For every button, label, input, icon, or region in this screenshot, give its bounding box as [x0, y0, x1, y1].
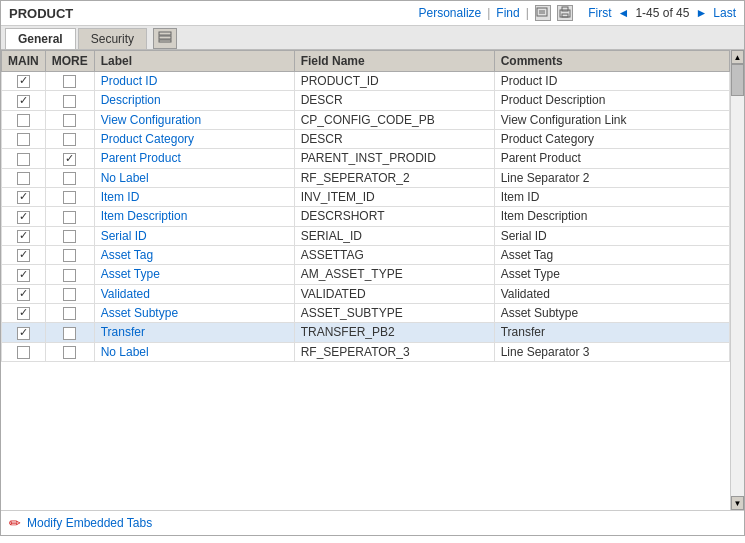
scroll-track[interactable]: [731, 64, 744, 496]
cell-comments: Transfer: [494, 323, 729, 342]
first-link[interactable]: First: [588, 6, 611, 20]
checkbox-more[interactable]: [63, 269, 76, 282]
col-main: MAIN: [2, 51, 46, 72]
tab-general[interactable]: General: [5, 28, 76, 49]
label-link[interactable]: Description: [101, 93, 161, 107]
cell-field-name: PARENT_INST_PRODID: [294, 149, 494, 168]
cell-label: Product Category: [94, 129, 294, 148]
label-link[interactable]: Serial ID: [101, 229, 147, 243]
vertical-scrollbar[interactable]: ▲ ▼: [730, 50, 744, 510]
checkbox-main[interactable]: [17, 346, 30, 359]
cell-more: [45, 72, 94, 91]
checkbox-main[interactable]: [17, 172, 30, 185]
checkbox-main[interactable]: [17, 95, 30, 108]
cell-more: [45, 226, 94, 245]
scroll-thumb[interactable]: [731, 64, 744, 96]
cell-main: [2, 284, 46, 303]
label-link[interactable]: Product Category: [101, 132, 194, 146]
checkbox-main[interactable]: [17, 211, 30, 224]
table-row: ValidatedVALIDATEDValidated: [2, 284, 730, 303]
checkbox-more[interactable]: [63, 133, 76, 146]
cell-field-name: AM_ASSET_TYPE: [294, 265, 494, 284]
pagination-arrow-next[interactable]: ►: [695, 6, 707, 20]
label-link[interactable]: Transfer: [101, 325, 145, 339]
checkbox-more[interactable]: [63, 114, 76, 127]
label-link[interactable]: View Configuration: [101, 113, 202, 127]
checkbox-main[interactable]: [17, 327, 30, 340]
cell-comments: Asset Type: [494, 265, 729, 284]
cell-more: [45, 110, 94, 129]
svg-rect-8: [159, 40, 171, 42]
cell-field-name: ASSETTAG: [294, 245, 494, 264]
cell-field-name: DESCR: [294, 91, 494, 110]
personalize-link[interactable]: Personalize: [419, 6, 482, 20]
checkbox-more[interactable]: [63, 346, 76, 359]
checkbox-more[interactable]: [63, 327, 76, 340]
checkbox-main[interactable]: [17, 191, 30, 204]
grid-table: MAIN MORE Label Field Name Comments Prod…: [1, 50, 730, 362]
label-link[interactable]: No Label: [101, 171, 149, 185]
cell-main: [2, 72, 46, 91]
checkbox-more[interactable]: [63, 75, 76, 88]
scroll-up-btn[interactable]: ▲: [731, 50, 744, 64]
table-row: No LabelRF_SEPERATOR_2Line Separator 2: [2, 168, 730, 187]
cell-more: [45, 342, 94, 361]
checkbox-main[interactable]: [17, 75, 30, 88]
cell-label: Item ID: [94, 187, 294, 206]
cell-label: No Label: [94, 342, 294, 361]
modify-embedded-tabs-link[interactable]: Modify Embedded Tabs: [27, 516, 152, 530]
table-row: Parent ProductPARENT_INST_PRODIDParent P…: [2, 149, 730, 168]
cell-comments: Item Description: [494, 207, 729, 226]
cell-label: Validated: [94, 284, 294, 303]
checkbox-more[interactable]: [63, 95, 76, 108]
label-link[interactable]: Validated: [101, 287, 150, 301]
scroll-down-btn[interactable]: ▼: [731, 496, 744, 510]
label-link[interactable]: Item ID: [101, 190, 140, 204]
checkbox-more[interactable]: [63, 288, 76, 301]
cell-label: Description: [94, 91, 294, 110]
cell-label: Transfer: [94, 323, 294, 342]
checkbox-more[interactable]: [63, 153, 76, 166]
label-link[interactable]: Item Description: [101, 209, 188, 223]
cell-more: [45, 323, 94, 342]
checkbox-more[interactable]: [63, 172, 76, 185]
checkbox-main[interactable]: [17, 153, 30, 166]
label-link[interactable]: No Label: [101, 345, 149, 359]
svg-rect-0: [537, 8, 547, 16]
table-row: Product CategoryDESCRProduct Category: [2, 129, 730, 148]
checkbox-main[interactable]: [17, 230, 30, 243]
checkbox-main[interactable]: [17, 269, 30, 282]
tab-security[interactable]: Security: [78, 28, 147, 49]
col-field-name: Field Name: [294, 51, 494, 72]
checkbox-more[interactable]: [63, 249, 76, 262]
cell-field-name: VALIDATED: [294, 284, 494, 303]
cell-comments: Validated: [494, 284, 729, 303]
print-icon[interactable]: [557, 5, 573, 21]
label-link[interactable]: Asset Subtype: [101, 306, 178, 320]
cell-comments: Parent Product: [494, 149, 729, 168]
checkbox-main[interactable]: [17, 114, 30, 127]
checkbox-main[interactable]: [17, 288, 30, 301]
find-link[interactable]: Find: [496, 6, 519, 20]
export-icon[interactable]: [535, 5, 551, 21]
label-link[interactable]: Asset Type: [101, 267, 160, 281]
label-link[interactable]: Product ID: [101, 74, 158, 88]
checkbox-main[interactable]: [17, 249, 30, 262]
last-link[interactable]: Last: [713, 6, 736, 20]
col-label: Label: [94, 51, 294, 72]
pagination-arrow-prev[interactable]: ◄: [617, 6, 629, 20]
checkbox-more[interactable]: [63, 230, 76, 243]
checkbox-more[interactable]: [63, 211, 76, 224]
cell-more: [45, 149, 94, 168]
checkbox-main[interactable]: [17, 307, 30, 320]
label-link[interactable]: Asset Tag: [101, 248, 153, 262]
checkbox-more[interactable]: [63, 191, 76, 204]
checkbox-more[interactable]: [63, 307, 76, 320]
cell-main: [2, 207, 46, 226]
checkbox-main[interactable]: [17, 133, 30, 146]
tab-customize-icon[interactable]: [153, 28, 177, 49]
cell-comments: Asset Tag: [494, 245, 729, 264]
cell-field-name: DESCR: [294, 129, 494, 148]
table-row: Item IDINV_ITEM_IDItem ID: [2, 187, 730, 206]
label-link[interactable]: Parent Product: [101, 151, 181, 165]
